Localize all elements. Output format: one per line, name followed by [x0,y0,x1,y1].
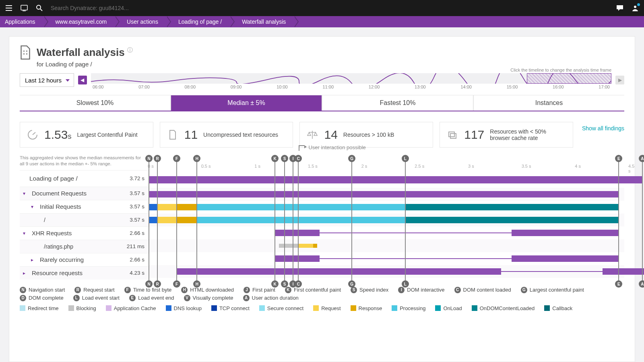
breadcrumb-item[interactable]: User actions [116,16,167,27]
waterfall-tick: 4.5 s [628,164,634,173]
marker-K[interactable]: KK [275,158,275,284]
waterfall-lane[interactable] [149,172,624,188]
legend-color: Secure connect [259,305,303,311]
waterfall-row-label[interactable]: ▾Document Requests [20,187,124,200]
breadcrumb-item[interactable]: www.easytravel.com [44,16,116,27]
tab-median-5-[interactable]: Median ± 5% [171,95,322,111]
marker-N[interactable]: NN [149,158,149,284]
timeline-tick: 12:00 [369,84,380,89]
timeline-brush[interactable] [527,73,611,84]
legend-color: Request [313,305,341,311]
user-icon[interactable] [631,4,639,12]
dashboard-icon[interactable] [20,4,28,12]
timeline-sparkline[interactable]: Click the timeline to change the analysi… [91,73,611,91]
tab-instances[interactable]: Instances [473,95,624,111]
topbar [0,0,644,16]
breadcrumb-item: Waterfall analysis [231,16,295,27]
kpi-cache-rate[interactable]: 117 Resources with < 50% browser cache r… [440,122,573,148]
breadcrumb-item[interactable]: Loading of page / [167,16,231,27]
svg-point-5 [23,53,25,54]
kpi-uncompressed[interactable]: 11 Uncompressed text resources [160,122,293,148]
marker-F[interactable]: FF [176,158,177,284]
svg-rect-0 [21,5,27,10]
tab-slowest-10-[interactable]: Slowest 10% [20,95,171,111]
marker-A[interactable]: AA [642,158,643,284]
legend-marker: JFirst paint [244,287,275,293]
color-legend: Redirect timeBlockingApplication CacheDN… [20,305,624,311]
marker-E[interactable]: EE [618,158,619,284]
legend-marker: RRequest start [74,287,114,293]
timeline-prev-button[interactable]: ◀ [78,76,87,84]
waterfall-row-duration: 2.66 s [124,257,149,263]
legend-marker: LLoad event start [73,295,120,301]
legend-marker: KFirst contentful paint [285,287,341,293]
marker-R[interactable]: RR [157,158,158,284]
svg-point-2 [634,6,636,8]
waterfall-row-label[interactable]: ▾XHR Requests [20,227,124,240]
marker-H[interactable]: HH [196,158,197,284]
waterfall-lane[interactable] [149,265,624,278]
svg-rect-8 [449,132,454,137]
waterfall-tick: 2 s [361,164,367,169]
waterfall-lane[interactable] [149,239,624,252]
waterfall-tick: 1 s [254,164,260,169]
marker-L[interactable]: LL [405,158,406,284]
timeline-tick: 08:00 [185,84,196,89]
waterfall-row-label[interactable]: ▸Rarely occurring [20,253,124,266]
waterfall-row-duration: 3.57 s [124,204,149,210]
waterfall-tick: 1.5 s [308,164,318,169]
waterfall-lane[interactable] [149,214,624,226]
marker-S[interactable]: SS [284,158,285,284]
file-icon [167,129,179,141]
legend-marker: FTime to first byte [124,287,172,293]
breadcrumb-item[interactable]: Applications [0,16,44,27]
search-icon[interactable] [35,4,43,12]
waterfall-row-label: /ratings.php [20,240,124,253]
timeline-tick: 06:00 [93,84,104,89]
waterfall-row-label[interactable]: ▾Initial Requests [20,200,124,213]
marker-legend: NNavigation startRRequest startFTime to … [20,287,624,301]
search-input[interactable] [51,5,212,11]
waterfall-row-label: / [20,214,124,226]
timeline-tick: 10:00 [277,84,288,89]
chevron-down-icon: ▾ [23,230,29,236]
chevron-down-icon: ▾ [31,204,37,210]
timeline-tick: 17:00 [599,84,610,89]
annotation-user-interaction: User interaction possible [299,144,365,150]
legend-marker: HHTML downloaded [181,287,234,293]
page-icon [20,45,31,59]
kpi-lcp[interactable]: 1.53s Largest Contentful Paint [20,122,153,148]
legend-marker: NNavigation start [20,287,65,293]
svg-rect-9 [450,134,456,138]
waterfall-tick: 3.5 s [522,164,531,169]
legend-color: Callback [544,305,572,311]
aggregation-note: This aggregated view shows the median me… [20,155,149,170]
breadcrumb: Applications www.easytravel.com User act… [0,16,644,27]
marker-C[interactable]: CC [298,158,299,284]
waterfall-lane[interactable] [149,188,624,201]
waterfall-row-label[interactable]: ▸Resource requests [20,267,124,280]
waterfall-row-duration: 3.72 s [124,175,149,181]
waterfall-tick: 3 s [468,164,474,169]
marker-G[interactable]: GG [351,158,352,284]
timeline-tick: 15:00 [507,84,518,89]
legend-marker: DDOM complete [20,295,64,301]
menu-icon[interactable] [5,4,13,12]
marker-I[interactable]: II [293,158,293,284]
tab-fastest-10-[interactable]: Fastest 10% [322,95,473,111]
legend-color: OnDOMContentLoaded [472,305,535,311]
waterfall-lane[interactable] [149,201,624,214]
legend-color: Blocking [68,305,96,311]
waterfall-row-duration: 4.23 s [124,270,149,276]
chevron-down-icon: ▾ [23,191,29,196]
timeline-next-button[interactable]: ▶ [615,76,624,84]
main-card: Waterfall analysisⓘ for Loading of page … [9,36,635,362]
show-all-findings-link[interactable]: Show all findings [580,122,624,148]
chat-icon[interactable] [616,4,624,12]
legend-marker: SSpeed index [351,287,388,293]
info-icon[interactable]: ⓘ [127,47,133,53]
timeframe-select[interactable]: Last 12 hours [20,73,74,87]
waterfall-lane[interactable] [149,252,624,265]
waterfall-lane[interactable] [149,226,624,239]
scale-icon [306,129,318,141]
